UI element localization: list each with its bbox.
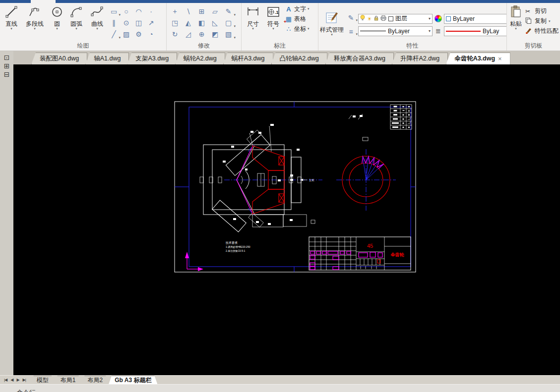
coordinate-button[interactable]: ∴ 坐标: [285, 24, 310, 34]
scale-icon[interactable]: ⊕: [195, 28, 208, 40]
wipeout-icon[interactable]: ◔: [145, 28, 157, 40]
fillet-icon[interactable]: ◺: [208, 17, 222, 28]
chamfer-icon[interactable]: ◿: [182, 28, 195, 40]
next-layout-icon[interactable]: ▶: [16, 378, 19, 382]
first-layout-icon[interactable]: |◀: [4, 378, 7, 382]
arc-button[interactable]: 圆弧: [66, 4, 87, 30]
erase-icon[interactable]: ▢: [222, 17, 235, 28]
panel-draw: 直线 多段线 圆 圆弧: [0, 3, 167, 51]
doc-tab[interactable]: 凸轮轴A2.dwg: [271, 53, 327, 64]
arc-segment-icon[interactable]: ◠: [132, 5, 145, 17]
active-ribbon-tab-edge: [31, 0, 56, 3]
color-dropdown[interactable]: ByLayer ▾: [444, 14, 507, 24]
offset-icon[interactable]: ◧: [195, 17, 208, 28]
panel-annotate: 尺寸 .1 符号 A 文字 ▦ 表格: [242, 3, 318, 51]
drawing-viewport[interactable]: 1:K: [13, 64, 560, 375]
left-dock-strip: ⊡ ⊞ ⊟: [0, 51, 13, 375]
ucs-icon: [185, 252, 203, 271]
linetype-dropdown[interactable]: ByLayer ▾: [358, 26, 433, 36]
panel-properties: 样式管理 ✎ ≡ ☀: [318, 3, 507, 51]
panel-clipboard: 粘贴 ✂ 剪切 复制 特性匹配: [507, 3, 560, 51]
style-manager-button[interactable]: 样式管理: [320, 10, 344, 36]
previous-layout-icon[interactable]: ◀: [10, 378, 13, 382]
copy-button[interactable]: 复制: [525, 17, 559, 25]
doc-tab[interactable]: 装配图A0.dwg: [31, 53, 87, 64]
doc-tab-label: 支架A3.dwg: [135, 53, 169, 64]
edit-polyline-icon[interactable]: ✎: [222, 5, 235, 17]
hatch-icon[interactable]: ▨: [120, 28, 132, 40]
pointer-icon[interactable]: ↗: [145, 17, 157, 28]
table-button[interactable]: ▦ 表格: [285, 14, 310, 24]
last-layout-icon[interactable]: ▶|: [23, 378, 26, 382]
line-button[interactable]: 直线: [1, 4, 21, 30]
svg-text:1.调质处理HB220-250: 1.调质处理HB220-250: [226, 245, 250, 249]
spline-button[interactable]: 曲线: [87, 4, 108, 30]
layout-tab[interactable]: Gb A3 标题栏: [109, 376, 157, 384]
construction-line-icon[interactable]: ╱: [108, 28, 120, 40]
stretch-icon[interactable]: ▱: [208, 5, 222, 17]
list-icon[interactable]: ⊟: [4, 71, 10, 78]
explode-icon[interactable]: ◩: [208, 28, 222, 40]
command-line-label: 命令行: [16, 389, 36, 392]
doc-tab[interactable]: 释放离合器A3.dwg: [325, 53, 394, 64]
section-view: 1:K: [200, 124, 322, 232]
doc-tab[interactable]: 支架A3.dwg: [127, 53, 177, 64]
parallel-lines-icon[interactable]: ∥: [108, 17, 120, 28]
arc-icon: [70, 5, 83, 20]
svg-text:.1: .1: [275, 10, 279, 15]
sheet-border: [175, 102, 416, 272]
circle-button[interactable]: 圆: [48, 4, 66, 30]
match-properties-button[interactable]: 特性匹配: [525, 27, 559, 35]
part-title-text: 伞齿轮: [390, 252, 405, 257]
panel-modify: +∖⊞▱✎◳◭◧◺▢↻◿⊕◩▧ 修改: [167, 3, 242, 51]
layout-tab[interactable]: 模型: [31, 376, 55, 384]
polyline-button[interactable]: 多段线: [21, 4, 48, 30]
lineweight-dropdown[interactable]: ByLay ▾: [444, 26, 507, 36]
copy-icon[interactable]: ◳: [168, 17, 182, 28]
rotate-icon[interactable]: ↻: [168, 28, 182, 40]
line-icon: [5, 5, 18, 20]
color-wheel-icon[interactable]: [435, 15, 442, 22]
grid-icon[interactable]: ⊞: [4, 62, 10, 69]
region-icon[interactable]: ⊙: [120, 17, 132, 28]
trim-icon[interactable]: ∖: [182, 5, 195, 17]
doc-tab[interactable]: 升降杆A2.dwg: [392, 53, 448, 64]
list-icon[interactable]: ≡: [345, 27, 357, 36]
paste-button[interactable]: 粘贴: [508, 4, 523, 30]
chevron-down-icon[interactable]: ▾: [427, 16, 431, 21]
polyline-icon: [28, 5, 41, 20]
rectangle-icon[interactable]: ▭: [108, 5, 120, 17]
solid-block-icon[interactable]: ◫: [132, 17, 145, 28]
cut-button[interactable]: ✂ 剪切: [525, 7, 559, 15]
page-icon[interactable]: ⊡: [4, 54, 10, 61]
dimension-icon: [247, 5, 259, 20]
chevron-down-icon[interactable]: ▾: [427, 29, 431, 33]
point-icon[interactable]: ·: [145, 5, 157, 17]
match-properties-icon[interactable]: ✎: [345, 13, 357, 22]
material-text: 45: [367, 243, 373, 249]
close-tab-icon[interactable]: ×: [498, 53, 502, 64]
ribbon-tab-strip: [0, 0, 560, 3]
match-brush-icon: [525, 27, 533, 35]
array-icon[interactable]: ⊞: [195, 5, 208, 17]
layer-dropdown[interactable]: ☀ 图层 ▾: [358, 14, 433, 24]
command-line-bar[interactable]: 命令行: [0, 384, 560, 392]
text-button[interactable]: A 文字: [285, 4, 310, 14]
hatch-edit-icon[interactable]: ▧: [222, 28, 235, 40]
gear-icon[interactable]: ⚙: [132, 28, 145, 40]
dimension-button[interactable]: 尺寸: [243, 4, 263, 30]
layer-color-swatch: [388, 16, 393, 21]
paste-icon: [509, 5, 522, 20]
layout-tab[interactable]: 布局1: [55, 376, 82, 384]
ellipse-icon[interactable]: ○: [120, 5, 132, 17]
move-icon[interactable]: +: [168, 5, 182, 17]
doc-tab[interactable]: 轴A1.dwg: [85, 53, 129, 64]
doc-tab[interactable]: 蜗轮A2.dwg: [175, 53, 225, 64]
mirror-icon[interactable]: ◭: [182, 17, 195, 28]
doc-tab[interactable]: 蜗杆A3.dwg: [223, 53, 273, 64]
symbol-button[interactable]: .1 符号: [263, 4, 284, 30]
panel-label-modify: 修改: [168, 42, 240, 51]
layer-lock-icon: [374, 15, 378, 22]
doc-tab[interactable]: 伞齿轮A3.dwg×: [446, 53, 510, 64]
layout-tab[interactable]: 布局2: [81, 376, 109, 384]
